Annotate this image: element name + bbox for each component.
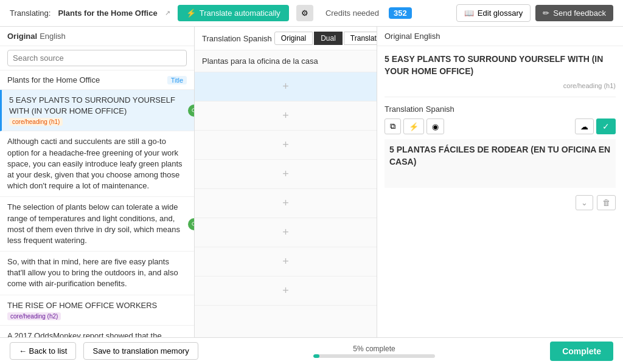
translation-section-header: Translation Spanish (385, 105, 616, 114)
copy-translation-button[interactable]: ⧉ (385, 118, 401, 134)
segment-item[interactable]: 5 EASY PLANTS TO SURROUND YOURSELF WITH … (0, 90, 194, 131)
right-trans-label: Translation (385, 105, 423, 114)
translation-segment-item[interactable]: + (195, 276, 377, 306)
cloud-icon: ☁ (580, 122, 588, 131)
segment-item[interactable]: So, with that in mind, here are five eas… (0, 252, 194, 295)
translation-segments: ++++++++ (195, 72, 377, 337)
right-original-text: 5 EASY PLANTS TO SURROUND YOURSELF WITH … (385, 53, 616, 77)
add-translation-icon[interactable]: + (282, 168, 289, 180)
segment-item[interactable]: Although cacti and succulents are still … (0, 131, 194, 197)
translation-segment-item[interactable]: + (195, 72, 377, 101)
right-original-lang: English (414, 32, 440, 41)
toggle-translation[interactable]: Translation (344, 32, 377, 45)
translation-segment-item[interactable]: + (195, 218, 377, 247)
add-translation-icon[interactable]: + (282, 284, 289, 297)
segment-text: A 2017 OddsMonkey report showed that the… (7, 331, 187, 337)
segment-item[interactable]: A 2017 OddsMonkey report showed that the… (0, 326, 194, 337)
title-badge: Title (167, 76, 187, 84)
add-translation-icon[interactable]: + (282, 139, 289, 151)
segment-badge: core/heading (h1) (9, 118, 63, 126)
move-down-button[interactable]: ⌄ (576, 195, 593, 210)
right-panel: Original English 5 EASY PLANTS TO SURROU… (377, 27, 623, 337)
segment-text: THE RISE OF HOME OFFICE WORKERS (7, 300, 187, 311)
lightning-small-icon: ⚡ (409, 122, 419, 131)
trash-icon: 🗑 (602, 198, 610, 207)
segment-badge: core/heading (h2) (7, 312, 61, 320)
translation-toolbar: ⧉ ⚡ ◉ ☁ ✓ (385, 118, 616, 134)
translation-title-row: Plantas para la oficina de la casa (195, 50, 377, 72)
translation-title-text: Plantas para la oficina de la casa (202, 57, 318, 66)
topbar-right: 📖 Edit glossary ✏ Send feedback (456, 4, 613, 22)
translation-segment-item[interactable]: + (195, 131, 377, 160)
segment-text: 5 EASY PLANTS TO SURROUND YOURSELF WITH … (9, 95, 187, 117)
right-panel-header: Original English (377, 27, 623, 46)
translation-segment-item[interactable]: + (195, 160, 377, 189)
segment-text: The selection of plants below can tolera… (7, 202, 187, 246)
hide-translation-button[interactable]: ◉ (426, 118, 444, 134)
source-title-row: Plants for the Home Office Title (0, 70, 194, 90)
check-icon: ✓ (602, 122, 610, 131)
progress-bar-background (313, 354, 435, 358)
right-path-label: core/heading (h1) (385, 82, 616, 89)
credits-count: 352 (389, 7, 412, 19)
segment-connector: ⟳ (188, 218, 194, 230)
edit-glossary-button[interactable]: 📖 Edit glossary (456, 4, 531, 22)
search-box (0, 46, 194, 70)
add-translation-icon[interactable]: + (282, 226, 289, 239)
send-feedback-button[interactable]: ✏ Send feedback (535, 5, 613, 21)
eye-off-icon: ◉ (432, 122, 439, 131)
left-panel: Original English Plants for the Home Off… (0, 27, 195, 337)
translation-lang: Spanish (243, 34, 272, 43)
add-translation-icon[interactable]: + (282, 109, 289, 122)
add-translation-icon[interactable]: + (282, 197, 289, 210)
progress-section: 5% complete (206, 345, 543, 358)
translation-segment-item[interactable]: + (195, 101, 377, 131)
toggle-dual[interactable]: Dual (314, 32, 343, 45)
segment-text: Although cacti and succulents are still … (7, 136, 187, 191)
external-link-icon: ↗ (165, 9, 170, 17)
add-translation-icon[interactable]: + (282, 80, 289, 93)
delete-translation-button[interactable]: 🗑 (597, 195, 616, 210)
save-translation-memory-button[interactable]: Save to translation memory (83, 342, 198, 360)
progress-bar-fill (313, 354, 319, 358)
translation-segment-item[interactable]: + (195, 247, 377, 276)
translation-actions-row: ⌄ 🗑 (385, 193, 616, 210)
right-original-label: Original (385, 32, 412, 41)
translate-auto-button[interactable]: ⚡ Translate automatically (178, 5, 289, 21)
save-cloud-button[interactable]: ☁ (575, 118, 594, 134)
main-container: Original English Plants for the Home Off… (0, 27, 623, 337)
search-input[interactable] (7, 50, 187, 66)
right-content: 5 EASY PLANTS TO SURROUND YOURSELF WITH … (377, 46, 623, 337)
translation-segment-item[interactable]: + (195, 189, 377, 218)
confirm-translation-button[interactable]: ✓ (596, 118, 616, 134)
original-lang: English (40, 32, 66, 41)
source-title-text: Plants for the Home Office (7, 75, 162, 84)
segment-text: So, with that in mind, here are five eas… (7, 256, 187, 290)
doc-title: Plants for the Home Office (58, 9, 157, 18)
gear-icon: ⚙ (301, 9, 308, 18)
translation-section: Translation Spanish ⧉ ⚡ ◉ ☁ (385, 97, 616, 210)
translation-label: Translation (202, 34, 241, 43)
topbar: Translating: Plants for the Home Office … (0, 0, 623, 27)
middle-panel: Translation Spanish Original Dual Transl… (195, 27, 377, 337)
translating-label: Translating: (10, 9, 50, 18)
auto-translate-button[interactable]: ⚡ (403, 118, 424, 134)
add-translation-icon[interactable]: + (282, 255, 289, 268)
segment-connector: ⟳ (188, 105, 194, 117)
lightning-icon: ⚡ (186, 9, 196, 18)
middle-panel-header: Translation Spanish Original Dual Transl… (195, 27, 377, 50)
progress-label: 5% complete (353, 345, 395, 353)
translation-text-display: 5 PLANTAS FÁCILES DE RODEAR (EN TU OFICI… (385, 139, 616, 188)
bottom-bar: ← Back to list Save to translation memor… (0, 337, 623, 364)
toggle-original[interactable]: Original (274, 32, 313, 45)
copy-icon: ⧉ (390, 122, 395, 131)
left-panel-header: Original English (0, 27, 194, 46)
segment-item[interactable]: The selection of plants below can tolera… (0, 197, 194, 252)
complete-button[interactable]: Complete (550, 342, 613, 361)
translate-settings-button[interactable]: ⚙ (296, 5, 313, 21)
back-to-list-button[interactable]: ← Back to list (10, 342, 76, 360)
segment-item[interactable]: THE RISE OF HOME OFFICE WORKERScore/head… (0, 295, 194, 326)
segments-list: 5 EASY PLANTS TO SURROUND YOURSELF WITH … (0, 90, 194, 337)
edit-icon: ✏ (543, 9, 549, 18)
chevron-down-icon: ⌄ (581, 198, 588, 207)
